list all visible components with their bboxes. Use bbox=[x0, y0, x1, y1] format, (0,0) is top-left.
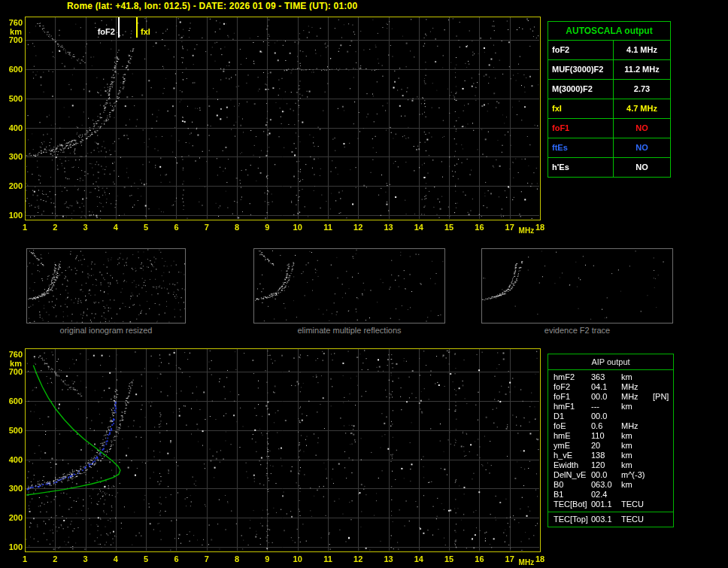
aip-value: 00.0 bbox=[591, 392, 621, 402]
aip-row-d1: D1 00.0 bbox=[548, 412, 673, 421]
fof1-value: NO bbox=[613, 119, 670, 138]
aip-name: B1 bbox=[554, 490, 591, 500]
aip-unit: km bbox=[621, 372, 653, 382]
aip-row-b0: B0 063.0 km bbox=[548, 480, 673, 490]
thumbnail-caption-evidence: evidence F2 trace bbox=[481, 326, 673, 335]
autoscala-row-fxi: fxI 4.7 MHz bbox=[548, 99, 670, 118]
aip-output-table: AIP output hmF2 363 km foF2 04.1 MHz foF… bbox=[548, 354, 674, 527]
page-title: Rome (lat: +41.8, lon: 012.5) - DATE: 20… bbox=[67, 1, 357, 11]
aip-row-foe: foE 0.6 MHz bbox=[548, 421, 673, 431]
aip-unit: km bbox=[621, 441, 653, 451]
aip-note bbox=[653, 451, 673, 460]
aip-value: 02.4 bbox=[591, 490, 621, 500]
aip-value: 120 bbox=[591, 460, 621, 470]
aip-note bbox=[653, 412, 673, 421]
aip-name: TEC[Top] bbox=[554, 515, 591, 524]
aip-value: 063.0 bbox=[591, 480, 621, 490]
autoscala-row-fof1: foF1 NO bbox=[548, 118, 670, 138]
aip-row-tecbot: TEC[Bot] 001.1 TECU bbox=[548, 500, 673, 509]
aip-unit: MHz bbox=[621, 421, 653, 431]
autoscala-row-muf3000f2: MUF(3000)F2 11.2 MHz bbox=[548, 59, 670, 79]
aip-value: 363 bbox=[591, 372, 621, 382]
autoscala-row-m3000f2: M(3000)F2 2.73 bbox=[548, 79, 670, 99]
m3000f2-label: M(3000)F2 bbox=[548, 80, 613, 99]
aip-unit: TECU bbox=[621, 515, 653, 524]
aip-value: 003.1 bbox=[591, 515, 621, 524]
aip-row-hmf2: hmF2 363 km bbox=[548, 372, 673, 382]
aip-value: 00.0 bbox=[591, 470, 621, 480]
aip-note bbox=[653, 372, 673, 382]
aip-row-yme: ymE 20 km bbox=[548, 441, 673, 451]
aip-value: 138 bbox=[591, 451, 621, 460]
aip-note bbox=[653, 382, 673, 392]
aip-unit: km bbox=[621, 480, 653, 490]
aip-name: foF1 bbox=[554, 392, 591, 402]
hpes-value: NO bbox=[613, 158, 670, 177]
fof2-label: foF2 bbox=[548, 41, 613, 59]
aip-value: 110 bbox=[591, 431, 621, 441]
thumbnail-evidence-f2-trace bbox=[481, 248, 673, 323]
aip-note bbox=[653, 480, 673, 490]
aip-note bbox=[653, 402, 673, 412]
aip-note bbox=[653, 460, 673, 470]
aip-unit: MHz bbox=[621, 382, 653, 392]
aip-note: [PN] bbox=[653, 392, 673, 402]
ftes-value: NO bbox=[613, 138, 670, 157]
aip-value: 04.1 bbox=[591, 382, 621, 392]
aip-unit bbox=[621, 412, 653, 421]
muf3000f2-value: 11.2 MHz bbox=[613, 60, 670, 79]
aip-value: --- bbox=[591, 402, 621, 412]
bottom-ionogram-profile-canvas bbox=[0, 342, 549, 568]
aip-unit: km bbox=[621, 451, 653, 460]
aip-note bbox=[653, 421, 673, 431]
aip-table-title: AIP output bbox=[548, 354, 673, 370]
aip-row-fof2: foF2 04.1 MHz bbox=[548, 382, 673, 392]
aip-name: Ewidth bbox=[554, 460, 591, 470]
aip-name: B0 bbox=[554, 480, 591, 490]
aip-name: TEC[Bot] bbox=[554, 500, 591, 509]
aip-row-hve: h_vE 138 km bbox=[548, 451, 673, 460]
autoscala-screen: Rome (lat: +41.8, lon: 012.5) - DATE: 20… bbox=[0, 0, 728, 568]
autoscala-table-title: AUTOSCALA output bbox=[548, 22, 670, 40]
aip-note bbox=[653, 515, 673, 524]
aip-row-ewidth: Ewidth 120 km bbox=[548, 460, 673, 470]
aip-unit: m^(-3) bbox=[621, 470, 653, 480]
aip-name: hmF1 bbox=[554, 402, 591, 412]
fof1-label: foF1 bbox=[548, 119, 613, 138]
aip-row-fof1: foF1 00.0 MHz [PN] bbox=[548, 392, 673, 402]
fxi-label: fxI bbox=[548, 99, 613, 118]
aip-row-b1: B1 02.4 bbox=[548, 490, 673, 500]
thumbnail-original-ionogram bbox=[26, 248, 186, 323]
aip-value: 001.1 bbox=[591, 500, 621, 509]
aip-name: hmF2 bbox=[554, 372, 591, 382]
aip-unit bbox=[621, 490, 653, 500]
aip-note bbox=[653, 490, 673, 500]
aip-unit: km bbox=[621, 460, 653, 470]
top-ionogram-canvas bbox=[0, 11, 549, 236]
aip-name: h_vE bbox=[554, 451, 591, 460]
aip-name: D1 bbox=[554, 412, 591, 421]
aip-note bbox=[653, 500, 673, 509]
aip-unit: TECU bbox=[621, 500, 653, 509]
aip-note bbox=[653, 431, 673, 441]
fof2-value: 4.1 MHz bbox=[613, 41, 670, 59]
aip-value: 00.0 bbox=[591, 412, 621, 421]
ftes-label: ftEs bbox=[548, 138, 613, 157]
thumbnail-caption-eliminate: eliminate multiple reflections bbox=[253, 326, 445, 335]
m3000f2-value: 2.73 bbox=[613, 80, 670, 99]
aip-note bbox=[653, 470, 673, 480]
aip-unit: km bbox=[621, 431, 653, 441]
aip-value: 20 bbox=[591, 441, 621, 451]
autoscala-row-ftes: ftEs NO bbox=[548, 138, 670, 157]
autoscala-row-fof2: foF2 4.1 MHz bbox=[548, 40, 670, 59]
aip-note bbox=[653, 441, 673, 451]
thumbnail-caption-original: original ionogram resized bbox=[26, 326, 186, 335]
aip-name: foF2 bbox=[554, 382, 591, 392]
aip-value: 0.6 bbox=[591, 421, 621, 431]
aip-row-tectop: TEC[Top] 003.1 TECU bbox=[548, 512, 673, 524]
aip-row-delnve: DelN_vE 00.0 m^(-3) bbox=[548, 470, 673, 480]
muf3000f2-label: MUF(3000)F2 bbox=[548, 60, 613, 79]
aip-name: DelN_vE bbox=[554, 470, 591, 480]
thumbnail-eliminate-reflections bbox=[253, 248, 445, 323]
fxi-value: 4.7 MHz bbox=[613, 99, 670, 118]
